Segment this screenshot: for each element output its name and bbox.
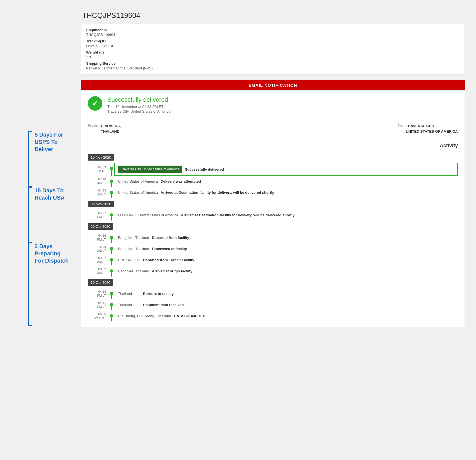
timeline-dot [110, 258, 113, 262]
shipment-id-label: Shipment ID [86, 28, 460, 32]
email-notification-bar: EMAIL NOTIFICATION [81, 80, 465, 90]
timeline-dot-col [109, 209, 114, 221]
timeline-item: 04:59AM LTUnited States of AmericaArrive… [88, 187, 458, 198]
timeline: 10 Nov 202004:33PM ETTraverse City, Unit… [88, 151, 458, 321]
event-description: Enroute to facility [143, 292, 174, 296]
timeline-content: ThailandShipment data received [114, 299, 458, 310]
event-description: Departed from Transit Facility [143, 258, 194, 262]
from-label: From: [88, 123, 98, 134]
timeline-dot [110, 247, 113, 250]
timeline-item: 04:11PM LTThailandShipment data received [88, 299, 458, 310]
location-text: Thailand [118, 303, 140, 307]
timeline-item: 09:07AM LTDPBKKA, DPDeparted from Transi… [88, 254, 458, 265]
event-description: Arrived at origin facility [152, 269, 192, 273]
timeline-dot [110, 314, 113, 318]
label-2days-text: 2 Days Preparing For Dispatch [32, 243, 69, 264]
event-description: Departed from facility [152, 236, 189, 240]
timeline-item: 04:16PM LTBangplee, ThailandDeparted fro… [88, 232, 458, 243]
timeline-item: 07:10AM LTUnited States of AmericaDelive… [88, 176, 458, 187]
event-description: Arrived at Destination facility for deli… [161, 190, 274, 195]
activity-header: Activity [88, 143, 458, 149]
main-content: THCQJPS119604 Shipment ID THCQJPS119604 … [81, 11, 465, 327]
timeline-content: Bangplee, ThailandProcessed at facility [114, 243, 458, 254]
timeline-dot-col [109, 232, 114, 243]
label-5days-text: 5 Days For USPS To Deliver [32, 131, 63, 153]
date-badge-2: 20 Oct 2020 [88, 223, 113, 230]
label-5days: 5 Days For USPS To Deliver [22, 131, 63, 187]
shipping-service-label: Shipping Service [86, 61, 460, 66]
location-text: Bangplee, Thailand [118, 247, 149, 251]
timeline-time: 07:10AM LT [88, 176, 109, 187]
timeline-content: United States of AmericaDelivery was att… [114, 176, 458, 187]
label-2days: 2 Days Preparing For Dispatch [22, 243, 69, 326]
label-15days-text: 15 Days To Reach USA [32, 187, 65, 201]
timeline-item: 05:27PM LTFLUSHING, United States of Ame… [88, 209, 458, 221]
timeline-dot-col [109, 288, 114, 299]
from-line2: THAILAND [101, 129, 121, 134]
weight-label: Weight (g) [86, 50, 460, 54]
timeline-time: 04:59AM LT [88, 187, 109, 198]
timeline-dot [110, 167, 113, 170]
timeline-content: ThailandEnroute to facility [114, 288, 458, 299]
timeline-content: Din Daeng, Din Daeng,, ThailandDATA SUBM… [114, 310, 458, 321]
timeline-content: DPBKKA, DPDeparted from Transit Facility [114, 254, 458, 265]
check-circle-icon [88, 96, 102, 111]
timeline-item: 04:33PM ETTraverse City, United States o… [88, 163, 458, 176]
shipment-id-value: THCQJPS119604 [86, 33, 460, 37]
timeline-dot [110, 191, 113, 194]
timeline-dot [110, 213, 113, 217]
event-description: DATA SUBMITTED [174, 314, 206, 318]
timeline-dot [110, 180, 113, 183]
timeline-dot-col [109, 163, 114, 176]
timeline-dot-col [109, 299, 114, 310]
location-text: United States of America [118, 190, 158, 195]
timeline-item: 04:14PM LTThailandEnroute to facility [88, 288, 458, 299]
shipping-service-value: Packet Plus International Standard (PPS) [86, 66, 460, 70]
delivered-location: Traverse City, United States of America [107, 109, 458, 113]
date-badge-1: 05 Nov 2020 [88, 201, 114, 207]
timeline-content: Bangplee, ThailandArrived at origin faci… [114, 265, 458, 277]
to-line1: TRAVERSE CITY [406, 123, 458, 129]
weight-value: 270 [86, 55, 460, 59]
from-line1: DINDAENG, [101, 123, 121, 129]
timeline-time: 09:07AM LT [88, 254, 109, 265]
timeline-time: 05:27PM LT [88, 209, 109, 221]
timeline-time: 10:28AM LT [88, 243, 109, 254]
event-description: Arrived at Destination facility for deli… [181, 213, 294, 217]
timeline-content: FLUSHING, United States of AmericaArrive… [114, 209, 458, 221]
tracking-id-label: Tracking ID [86, 39, 460, 43]
timeline-time: 04:16PM LT [88, 232, 109, 243]
timeline-dot-col [109, 254, 114, 265]
from-block: From: DINDAENG, THAILAND [88, 123, 398, 134]
timeline-dot-col [109, 176, 114, 187]
shipment-info-box: Shipment ID THCQJPS119604 Tracking ID LW… [81, 24, 465, 74]
to-label: To: [398, 123, 403, 134]
timeline-item: 10:28AM LTBangplee, ThailandProcessed at… [88, 243, 458, 254]
timeline-time: 08:32AM LT [88, 265, 109, 277]
timeline-item: 08:26AM GMTDin Daeng, Din Daeng,, Thaila… [88, 310, 458, 321]
timeline-dot-col [109, 310, 114, 321]
timeline-time: 08:26AM GMT [88, 310, 109, 321]
location-text: Bangplee, Thailand [118, 236, 149, 240]
side-labels: 5 Days For USPS To Deliver 15 Days To Re… [17, 11, 78, 327]
label-15days: 15 Days To Reach USA [22, 187, 65, 243]
timeline-content: United States of AmericaArrived at Desti… [114, 187, 458, 198]
delivered-date: Tue, 10 November at 04:33 PM ET [107, 105, 458, 109]
timeline-time: 04:33PM ET [88, 163, 109, 176]
event-description: Delivery was attempted [161, 179, 201, 183]
date-badge-3: 19 Oct 2020 [88, 279, 113, 286]
location-text: Bangplee, Thailand [118, 269, 149, 273]
event-description: Successfully delivered [185, 167, 224, 171]
from-to-section: From: DINDAENG, THAILAND To: TRAVERSE CI… [88, 119, 458, 138]
timeline-dot [110, 292, 113, 295]
location-text: Thailand [118, 292, 140, 296]
tracking-id-value: LW507328752DE [86, 44, 460, 48]
timeline-dot [110, 303, 113, 306]
timeline-dot [110, 236, 113, 239]
location-text: FLUSHING, United States of America [118, 213, 178, 217]
timeline-item: 08:32AM LTBangplee, ThailandArrived at o… [88, 265, 458, 277]
timeline-content: Traverse City, United States of AmericaS… [114, 163, 458, 176]
timeline-dot [110, 269, 113, 273]
delivered-section: Successfully delivered Tue, 10 November … [88, 96, 458, 113]
location-tag: Traverse City, United States of America [118, 166, 182, 173]
